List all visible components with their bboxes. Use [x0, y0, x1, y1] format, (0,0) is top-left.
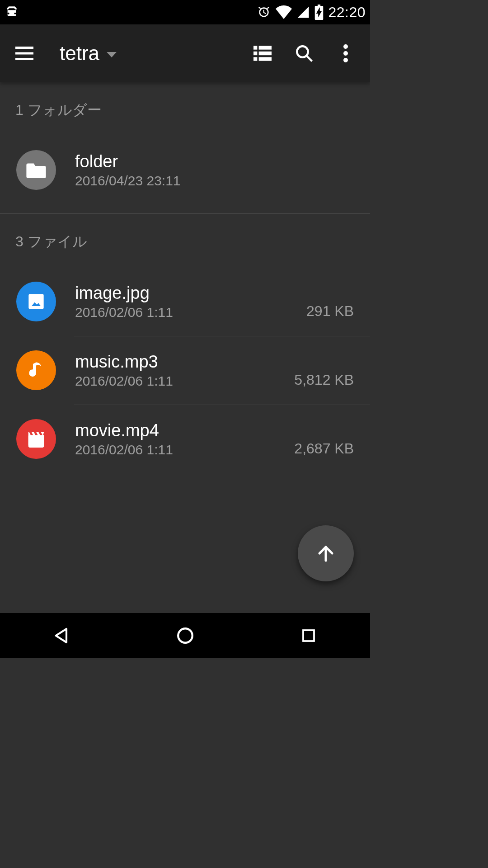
- battery-charging-icon: [314, 5, 324, 20]
- svg-rect-3: [253, 46, 257, 49]
- upload-fab[interactable]: [298, 525, 354, 581]
- appbar-title-text: tetra: [60, 42, 99, 65]
- status-left: [5, 4, 19, 20]
- home-button[interactable]: [158, 620, 212, 651]
- svg-point-9: [297, 46, 308, 57]
- alarm-icon: [257, 5, 271, 19]
- file-size: 291 KB: [306, 303, 354, 321]
- app-bar: tetra: [0, 24, 370, 82]
- svg-rect-1: [15, 52, 33, 55]
- svg-point-17: [178, 628, 192, 643]
- file-row[interactable]: image.jpg 2016/02/06 1:11 291 KB: [0, 267, 370, 336]
- file-row[interactable]: music.mp3 2016/02/06 1:11 5,812 KB: [0, 336, 370, 405]
- appbar-actions: [246, 37, 362, 70]
- svg-rect-4: [259, 46, 272, 49]
- svg-rect-6: [259, 52, 272, 55]
- file-row[interactable]: movie.mp4 2016/02/06 1:11 2,687 KB: [0, 405, 370, 473]
- image-icon: [16, 282, 56, 321]
- recents-button[interactable]: [282, 620, 336, 651]
- svg-point-12: [343, 51, 348, 56]
- file-date: 2016/02/06 1:11: [75, 442, 275, 458]
- search-button[interactable]: [288, 37, 320, 70]
- view-list-button[interactable]: [246, 37, 279, 70]
- folder-date: 2016/04/23 23:11: [75, 173, 354, 189]
- folders-section-header: 1 フォルダー: [0, 82, 370, 125]
- file-date: 2016/02/06 1:11: [75, 305, 287, 320]
- file-date: 2016/02/06 1:11: [75, 373, 275, 389]
- file-size: 2,687 KB: [294, 440, 354, 459]
- debug-icon: [5, 4, 19, 20]
- file-name: movie.mp4: [75, 421, 275, 440]
- svg-rect-0: [15, 47, 33, 49]
- folder-icon: [16, 150, 56, 190]
- svg-rect-7: [253, 57, 257, 61]
- svg-rect-5: [253, 52, 257, 55]
- appbar-title-dropdown[interactable]: tetra: [60, 42, 117, 65]
- svg-rect-14: [28, 294, 43, 309]
- overflow-menu-button[interactable]: [329, 37, 362, 70]
- file-size: 5,812 KB: [294, 372, 354, 390]
- files-section-header: 3 ファイル: [0, 214, 370, 256]
- svg-rect-18: [303, 630, 314, 641]
- folder-name: folder: [75, 152, 354, 171]
- svg-rect-15: [28, 435, 44, 446]
- status-right: 22:20: [257, 4, 366, 21]
- file-name: image.jpg: [75, 283, 287, 303]
- svg-rect-2: [15, 58, 33, 60]
- folder-row[interactable]: folder 2016/04/23 23:11: [0, 136, 370, 204]
- cell-signal-icon: [296, 5, 310, 19]
- svg-point-11: [343, 44, 348, 49]
- back-button[interactable]: [35, 620, 89, 651]
- status-time: 22:20: [328, 4, 366, 21]
- status-bar: 22:20: [0, 0, 370, 24]
- svg-line-10: [306, 56, 312, 61]
- movie-icon: [16, 419, 56, 459]
- music-icon: [16, 350, 56, 390]
- menu-button[interactable]: [8, 37, 41, 70]
- wifi-icon: [276, 5, 292, 19]
- navigation-bar: [0, 613, 370, 658]
- file-name: music.mp3: [75, 352, 275, 372]
- dropdown-icon: [107, 52, 117, 57]
- svg-rect-8: [259, 57, 272, 61]
- svg-point-13: [343, 58, 348, 62]
